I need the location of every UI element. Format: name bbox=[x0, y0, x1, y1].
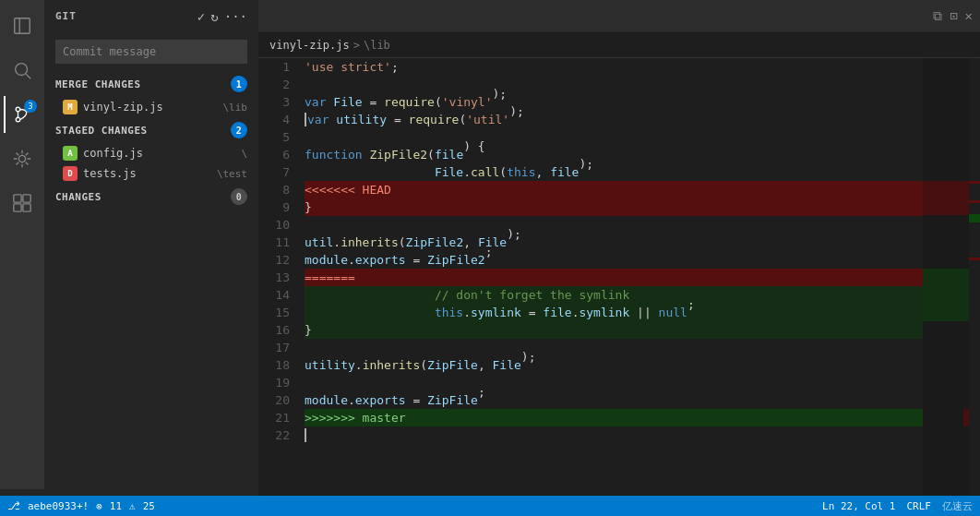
line-numbers: 1 2 3 4 5 6 7 8 9 10 11 12 13 14 bbox=[258, 58, 297, 496]
code-line-18: utility.inherits(ZipFile, File); bbox=[305, 356, 923, 374]
error-icon: ⊗ bbox=[96, 500, 102, 512]
file-icon-a: A bbox=[63, 146, 78, 161]
tab-bar: ⧉ ⊡ ✕ bbox=[258, 0, 980, 32]
activity-icon-debug[interactable] bbox=[4, 140, 41, 177]
breadcrumb-sep: > bbox=[353, 39, 360, 52]
svg-point-8 bbox=[18, 155, 25, 162]
warning-count[interactable]: 25 bbox=[143, 500, 155, 512]
activity-icon-explorer[interactable] bbox=[4, 7, 41, 44]
svg-point-2 bbox=[16, 64, 28, 76]
more-editor-icon[interactable]: ⊡ bbox=[950, 8, 957, 23]
editor-with-minimap: 1 2 3 4 5 6 7 8 9 10 11 12 13 14 bbox=[258, 58, 980, 496]
watermark: 亿速云 bbox=[942, 499, 973, 513]
file-name-tests: tests.js bbox=[83, 167, 211, 180]
code-line-21: >>>>>>> master bbox=[305, 409, 923, 426]
file-path-tests: \test bbox=[217, 168, 247, 180]
file-name-config: config.js bbox=[83, 147, 235, 160]
file-path-vinyl-zip: \lib bbox=[223, 102, 248, 114]
refresh-icon[interactable]: ↻ bbox=[210, 9, 218, 24]
svg-line-3 bbox=[26, 74, 30, 78]
file-icon-m: M bbox=[63, 100, 78, 114]
file-config-js[interactable]: A config.js \ bbox=[44, 143, 258, 163]
merge-changes-label: MERGE CHANGES bbox=[55, 78, 141, 90]
merge-changes-badge: 1 bbox=[231, 76, 247, 92]
code-line-3: var File = require('vinyl'); bbox=[305, 93, 923, 111]
svg-rect-10 bbox=[23, 195, 30, 202]
code-line-10 bbox=[305, 216, 923, 234]
code-line-1: 'use strict'; bbox=[305, 58, 923, 76]
changes-header[interactable]: CHANGES 0 bbox=[44, 184, 258, 210]
code-area[interactable]: 'use strict'; var File = require('vinyl'… bbox=[297, 58, 923, 496]
file-icon-d: D bbox=[63, 166, 78, 181]
activity-icon-extensions[interactable] bbox=[4, 185, 41, 222]
code-line-11: util.inherits(ZipFile2, File); bbox=[305, 234, 923, 251]
staged-changes-header[interactable]: STAGED CHANGES 2 bbox=[44, 117, 258, 143]
svg-rect-12 bbox=[23, 204, 30, 211]
code-line-22 bbox=[305, 426, 923, 444]
changes-badge: 0 bbox=[231, 188, 247, 205]
commit-message-input[interactable] bbox=[55, 40, 247, 64]
breadcrumb-filename[interactable]: vinyl-zip.js bbox=[269, 39, 350, 52]
code-line-5 bbox=[305, 128, 923, 146]
file-tests-js[interactable]: D tests.js \test bbox=[44, 163, 258, 184]
commit-area bbox=[44, 32, 258, 71]
checkmark-icon[interactable]: ✓ bbox=[197, 9, 205, 24]
staged-changes-label: STAGED CHANGES bbox=[55, 125, 148, 137]
git-branch-name[interactable]: aebe0933+! bbox=[28, 500, 89, 512]
code-line-4: var utility = require('util'); bbox=[305, 111, 923, 128]
svg-point-6 bbox=[16, 117, 20, 122]
minimap bbox=[923, 58, 969, 496]
split-editor-icon[interactable]: ⧉ bbox=[933, 8, 942, 24]
cursor-position[interactable]: Ln 22, Col 1 bbox=[822, 500, 895, 512]
activity-icon-git[interactable]: 3 bbox=[4, 96, 41, 133]
more-icon[interactable]: ··· bbox=[224, 9, 247, 24]
code-line-12: module.exports = ZipFile2; bbox=[305, 251, 923, 269]
encoding[interactable]: CRLF bbox=[907, 500, 932, 512]
git-branch-icon: ⎇ bbox=[7, 499, 20, 512]
svg-rect-11 bbox=[14, 204, 21, 211]
editor-area: ⧉ ⊡ ✕ vinyl-zip.js > \lib 1 2 3 bbox=[258, 0, 980, 496]
scrollbar[interactable] bbox=[969, 58, 980, 496]
merge-changes-header[interactable]: MERGE CHANGES 1 bbox=[44, 71, 258, 97]
file-path-config: \ bbox=[241, 148, 247, 160]
code-line-15: this.symlink = file.symlink || null; bbox=[305, 304, 923, 321]
git-badge: 3 bbox=[24, 100, 37, 113]
code-line-7: File.call(this, file); bbox=[305, 163, 923, 181]
code-line-19 bbox=[305, 374, 923, 391]
error-count[interactable]: 11 bbox=[110, 500, 122, 512]
code-line-17 bbox=[305, 339, 923, 356]
close-panel-icon[interactable]: ✕ bbox=[965, 8, 973, 23]
status-bar: ⎇ aebe0933+! ⊗ 11 ⚠ 25 Ln 22, Col 1 CRLF… bbox=[0, 496, 980, 516]
status-right: Ln 22, Col 1 CRLF 亿速云 bbox=[822, 499, 973, 513]
file-name-vinyl-zip: vinyl-zip.js bbox=[83, 101, 218, 114]
code-line-9: } bbox=[305, 198, 923, 216]
staged-changes-badge: 2 bbox=[231, 122, 247, 138]
breadcrumb-path[interactable]: \lib bbox=[364, 39, 390, 52]
code-line-20: module.exports = ZipFile; bbox=[305, 391, 923, 409]
svg-rect-9 bbox=[14, 195, 21, 202]
svg-point-4 bbox=[16, 107, 20, 112]
code-line-2 bbox=[305, 76, 923, 93]
svg-rect-0 bbox=[15, 18, 30, 34]
sidebar-title: GIT bbox=[55, 10, 77, 22]
editor-content[interactable]: 1 2 3 4 5 6 7 8 9 10 11 12 13 14 bbox=[258, 58, 923, 496]
status-left: ⎇ aebe0933+! ⊗ 11 ⚠ 25 bbox=[7, 499, 155, 512]
changes-label: CHANGES bbox=[55, 191, 102, 203]
file-vinyl-zip-merge[interactable]: M vinyl-zip.js \lib bbox=[44, 97, 258, 117]
activity-bar: 3 bbox=[0, 0, 44, 489]
activity-icon-search[interactable] bbox=[4, 52, 41, 89]
warning-icon: ⚠ bbox=[129, 500, 136, 512]
